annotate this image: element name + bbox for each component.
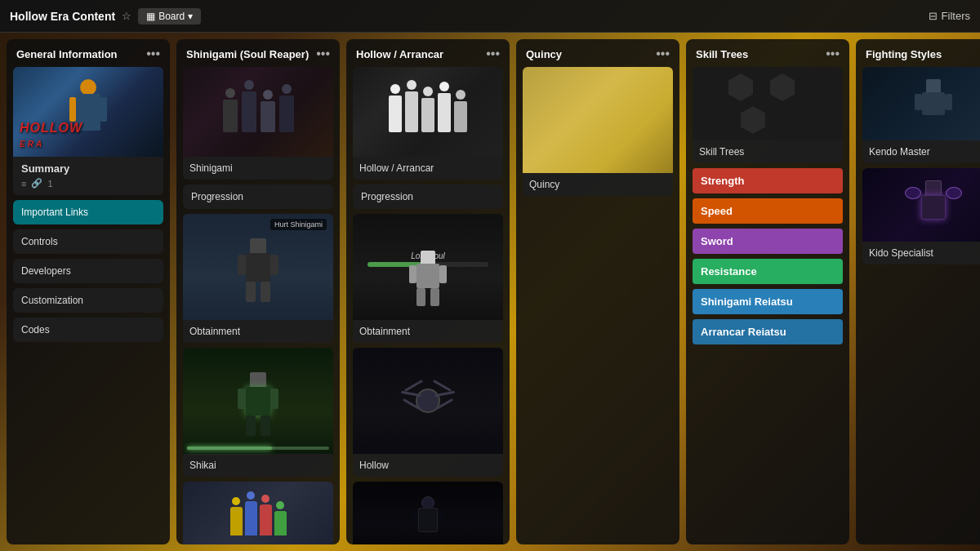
- meta-count: 1: [47, 179, 52, 189]
- card-hollow-creature[interactable]: Hollow: [353, 348, 503, 477]
- skill-tag-sword[interactable]: Sword: [693, 229, 843, 254]
- column-header-general: General Information •••: [7, 39, 170, 67]
- card-label-kendo-master: Kendo Master: [862, 140, 980, 163]
- column-menu-hollow[interactable]: •••: [486, 47, 500, 60]
- column-body-fighting-styles: Kendo Master Kido Specialist: [856, 67, 980, 544]
- card-important-links[interactable]: Important Links: [13, 200, 163, 224]
- column-body-shinigami: Shinigami Progression Hurt Shinigami: [176, 67, 340, 544]
- card-label-controls: Controls: [21, 236, 155, 247]
- card-customization[interactable]: Customization: [13, 288, 163, 313]
- card-label-quincy: Quincy: [523, 173, 673, 196]
- skill-tag-shinigami-reiatsu-label: Shinigami Reiatsu: [701, 295, 835, 308]
- card-quincy-hero[interactable]: Quincy: [523, 67, 673, 196]
- column-fighting-styles: Fighting Styles ••• Kendo Master: [856, 39, 980, 544]
- column-quincy: Quincy ••• Quincy: [516, 39, 679, 544]
- card-label-developers: Developers: [21, 265, 155, 277]
- glow-bar: [187, 447, 329, 450]
- skill-tag-arrancar-reiatsu[interactable]: Arrancar Reiatsu: [693, 319, 843, 344]
- card-shinigami-obtainment[interactable]: Hurt Shinigami Obtainment: [183, 214, 333, 343]
- column-general-info: General Information •••: [7, 39, 170, 544]
- card-summary-hero[interactable]: HOLLOWERA Summary ≡ 🔗 1: [13, 67, 163, 195]
- hurt-label: Hurt Shinigami: [270, 219, 327, 230]
- card-label-hollow-obtainment: Obtainment: [353, 320, 503, 343]
- column-body-skill-trees: Skill Trees Strength Speed Sword Resista…: [686, 67, 849, 544]
- shikai-image: [183, 348, 333, 454]
- card-label-kido-specialist: Kido Specialist: [862, 242, 980, 264]
- summary-meta: ≡ 🔗 1: [21, 178, 155, 189]
- card-label-skill-trees: Skill Trees: [693, 140, 843, 163]
- card-developers[interactable]: Developers: [13, 259, 163, 283]
- column-hollow-arrancar: Hollow / Arrancar •••: [346, 39, 510, 544]
- column-title-general: General Information: [16, 48, 118, 60]
- hollow-obtainment-image: Lost Soul: [353, 214, 503, 320]
- column-menu-shinigami[interactable]: •••: [316, 47, 330, 60]
- quincy-image: [523, 67, 673, 173]
- column-header-quincy: Quincy •••: [516, 39, 679, 67]
- card-label-hollow: Hollow: [353, 454, 503, 477]
- card-label-customization: Customization: [21, 295, 155, 306]
- board-chevron-icon: ▾: [188, 11, 193, 22]
- column-title-skill-trees: Skill Trees: [696, 48, 748, 60]
- card-hollow-obtainment[interactable]: Lost Soul Obtainment: [353, 214, 503, 343]
- board-view-button[interactable]: ▦ Board ▾: [138, 8, 201, 24]
- column-skill-trees: Skill Trees ••• Skill Trees Strength: [686, 39, 849, 544]
- card-hollow-arrancar-hero[interactable]: Hollow / Arrancar: [353, 67, 503, 180]
- column-body-general: HOLLOWERA Summary ≡ 🔗 1 Important Links: [7, 67, 170, 544]
- filters-label: Filters: [942, 10, 970, 22]
- star-icon[interactable]: ☆: [122, 10, 131, 22]
- card-label-shinigami: Shinigami: [183, 157, 333, 180]
- card-codes[interactable]: Codes: [13, 318, 163, 342]
- skill-tag-arrancar-reiatsu-label: Arrancar Reiatsu: [701, 326, 835, 338]
- column-title-shinigami: Shinigami (Soul Reaper): [186, 48, 309, 60]
- column-header-hollow: Hollow / Arrancar •••: [346, 39, 510, 67]
- column-menu-general[interactable]: •••: [146, 47, 160, 60]
- card-label-codes: Codes: [21, 324, 155, 335]
- hero-image-inner: HOLLOWERA: [13, 67, 163, 157]
- column-title-fighting-styles: Fighting Styles: [866, 48, 942, 60]
- column-title-quincy: Quincy: [526, 48, 562, 60]
- card-label-hollow-arrancar: Hollow / Arrancar: [353, 157, 503, 180]
- obtainment-image: Hurt Shinigami: [183, 214, 333, 320]
- card-hollow-progression[interactable]: Progression: [353, 184, 503, 209]
- card-shikai[interactable]: Shikai: [183, 348, 333, 477]
- list-icon: ≡: [21, 179, 26, 189]
- skill-tag-resistance[interactable]: Resistance: [693, 259, 843, 284]
- summary-body: Summary ≡ 🔗 1: [13, 157, 163, 195]
- skill-tag-sword-label: Sword: [701, 235, 835, 247]
- top-bar: Hollow Era Content ☆ ▦ Board ▾ ⊟ Filters: [0, 0, 980, 33]
- card-kendo-master[interactable]: Kendo Master: [862, 67, 980, 163]
- board-area: General Information •••: [0, 33, 980, 551]
- skill-tag-shinigami-reiatsu[interactable]: Shinigami Reiatsu: [693, 289, 843, 314]
- card-shinigami-group[interactable]: Shinigami: [183, 67, 333, 180]
- column-header-skill-trees: Skill Trees •••: [686, 39, 849, 67]
- skill-tag-speed[interactable]: Speed: [693, 198, 843, 224]
- kido-specialist-image: [862, 168, 980, 242]
- summary-hero-image: HOLLOWERA: [13, 67, 163, 157]
- card-shinigami-progression[interactable]: Progression: [183, 184, 333, 209]
- card-label-obtainment-shinigami: Obtainment: [183, 320, 333, 343]
- card-kido-specialist[interactable]: Kido Specialist: [862, 168, 980, 264]
- skill-tag-strength[interactable]: Strength: [693, 168, 843, 193]
- column-menu-skill-trees[interactable]: •••: [826, 47, 840, 60]
- skill-trees-image: [693, 67, 843, 140]
- card-anime-chars[interactable]: [183, 482, 333, 544]
- card-controls[interactable]: Controls: [13, 229, 163, 254]
- card-hollow-dark[interactable]: [353, 482, 503, 544]
- hollow-creature-image: [353, 348, 503, 454]
- card-label-shikai: Shikai: [183, 454, 333, 477]
- board-label: Board: [158, 11, 185, 22]
- skill-tag-resistance-label: Resistance: [701, 265, 835, 278]
- column-body-quincy: Quincy: [516, 67, 679, 544]
- column-title-hollow: Hollow / Arrancar: [356, 48, 443, 60]
- attachment-icon: 🔗: [31, 178, 42, 189]
- kendo-master-image: [862, 67, 980, 140]
- shinigami-group-image: [183, 67, 333, 157]
- card-label-hollow-progression: Progression: [361, 191, 495, 202]
- card-skill-trees-hero[interactable]: Skill Trees: [693, 67, 843, 163]
- skill-tag-speed-label: Speed: [701, 205, 835, 217]
- summary-title: Summary: [21, 162, 155, 175]
- hollow-logo: HOLLOWERA: [20, 121, 82, 150]
- filters-button[interactable]: ⊟ Filters: [929, 10, 970, 22]
- card-label-important-links: Important Links: [21, 207, 155, 218]
- column-menu-quincy[interactable]: •••: [656, 47, 670, 60]
